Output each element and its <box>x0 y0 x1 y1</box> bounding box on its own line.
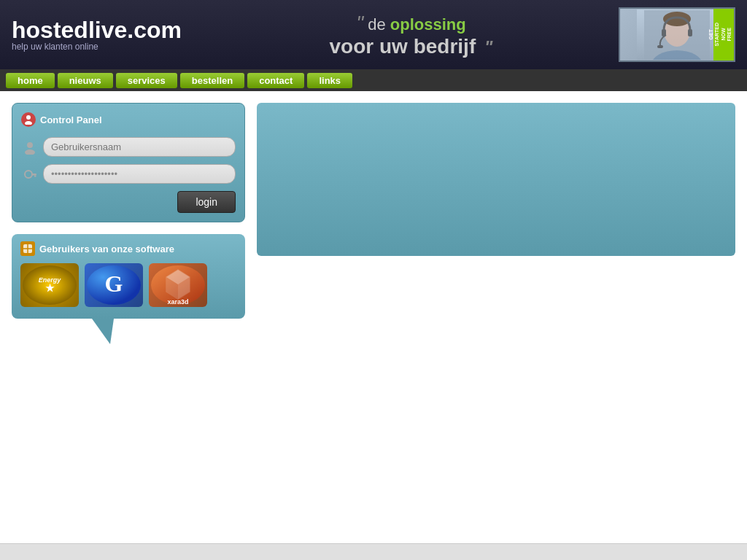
login-button[interactable]: login <box>177 191 236 213</box>
username-row <box>21 137 236 157</box>
logo-energyz: Energy ★ <box>20 263 79 307</box>
nav-nieuws[interactable]: nieuws <box>58 73 113 88</box>
content-box <box>257 103 735 256</box>
user-field-icon <box>23 140 37 155</box>
svg-text:xara3d: xara3d <box>167 298 188 306</box>
nav-contact[interactable]: contact <box>247 73 304 88</box>
control-panel-title: Control Panel <box>40 114 102 125</box>
svg-point-3 <box>663 12 691 26</box>
svg-point-10 <box>25 149 35 155</box>
svg-point-7 <box>26 115 31 120</box>
software-users-wrapper: Gebruikers van onze software <box>12 234 245 344</box>
banner-label-text: GETSTARTEDNOWFREETRIAL <box>708 23 735 47</box>
svg-rect-13 <box>34 175 36 176</box>
key-icon <box>23 167 37 182</box>
svg-point-8 <box>25 121 32 125</box>
nav-bestellen[interactable]: bestellen <box>180 73 244 88</box>
bubble-tail <box>92 319 114 344</box>
package-icon <box>22 243 34 254</box>
svg-point-9 <box>27 142 33 148</box>
svg-point-11 <box>25 171 32 178</box>
logos-row: Energy ★ <box>20 263 236 311</box>
main-content: Control Panel <box>0 91 747 543</box>
username-input[interactable] <box>43 137 236 157</box>
user-svg <box>23 114 34 125</box>
tagline-line1: " de oplossing <box>204 12 619 35</box>
quote-open-icon: " <box>356 12 363 34</box>
right-panel <box>257 103 735 532</box>
header: hostedlive.com help uw klanten online " … <box>0 0 747 69</box>
navbar: home nieuws services bestellen contact l… <box>0 69 747 91</box>
nav-home[interactable]: home <box>6 73 55 88</box>
person-image <box>644 10 710 60</box>
banner-area[interactable]: GETSTARTEDNOWFREETRIAL <box>619 7 735 62</box>
logo-area: hostedlive.com help uw klanten online <box>12 18 182 52</box>
svg-text:G: G <box>105 271 123 297</box>
footer <box>0 543 747 560</box>
tagline-de: de <box>368 15 390 34</box>
left-column: Control Panel <box>12 103 245 532</box>
svg-text:★: ★ <box>45 282 55 294</box>
tagline-line2: voor uw bedrijf " <box>204 35 619 58</box>
software-header: Gebruikers van onze software <box>20 241 236 256</box>
xara3d-svg: xara3d <box>150 264 206 306</box>
banner-person <box>637 9 717 61</box>
software-title: Gebruikers van onze software <box>39 244 174 254</box>
tagline-area: " de oplossing voor uw bedrijf " <box>182 12 619 58</box>
username-icon <box>21 139 39 156</box>
banner-box[interactable]: GETSTARTEDNOWFREETRIAL <box>619 7 735 62</box>
quote-close-icon: " <box>484 37 492 57</box>
google-svg: G <box>85 264 142 306</box>
banner-label: GETSTARTEDNOWFREETRIAL <box>713 9 734 61</box>
software-users-panel: Gebruikers van onze software <box>12 234 245 319</box>
user-icon <box>21 112 36 127</box>
control-panel-header: Control Panel <box>21 112 236 127</box>
tagline-oplossing: oplossing <box>390 15 466 34</box>
logo-subtitle: help uw klanten online <box>12 42 182 52</box>
password-input[interactable] <box>43 164 236 184</box>
energyz-svg: Energy ★ <box>21 264 78 306</box>
logo-google: G <box>85 263 143 307</box>
logo-xara: xara3d <box>149 263 207 307</box>
svg-rect-6 <box>657 45 663 48</box>
nav-links[interactable]: links <box>307 73 352 88</box>
password-row <box>21 164 236 184</box>
logo-title: hostedlive.com <box>12 18 182 42</box>
nav-services[interactable]: services <box>116 73 177 88</box>
password-icon <box>21 166 39 183</box>
software-icon <box>20 241 35 256</box>
svg-rect-5 <box>688 29 692 36</box>
login-btn-row: login <box>21 191 236 213</box>
control-panel: Control Panel <box>12 103 245 222</box>
svg-rect-12 <box>31 174 36 176</box>
